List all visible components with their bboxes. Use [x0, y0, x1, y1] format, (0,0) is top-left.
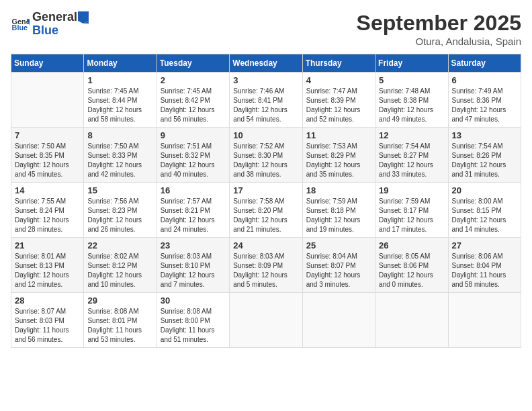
day-number: 23: [161, 240, 226, 250]
day-info: Sunrise: 7:56 AM Sunset: 8:23 PM Dayligh…: [87, 197, 152, 234]
calendar-cell: [375, 293, 448, 348]
calendar-cell: 26Sunrise: 8:05 AM Sunset: 8:06 PM Dayli…: [375, 238, 448, 293]
calendar-cell: 28Sunrise: 8:07 AM Sunset: 8:03 PM Dayli…: [11, 293, 84, 348]
calendar-cell: 15Sunrise: 7:56 AM Sunset: 8:23 PM Dayli…: [84, 183, 157, 238]
calendar-cell: 20Sunrise: 8:00 AM Sunset: 8:15 PM Dayli…: [448, 183, 521, 238]
day-info: Sunrise: 8:08 AM Sunset: 8:01 PM Dayligh…: [87, 307, 152, 345]
day-info: Sunrise: 8:02 AM Sunset: 8:12 PM Dayligh…: [87, 252, 152, 289]
calendar-cell: 6Sunrise: 7:49 AM Sunset: 8:36 PM Daylig…: [448, 73, 521, 128]
location: Otura, Andalusia, Spain: [357, 36, 521, 47]
calendar-cell: 12Sunrise: 7:54 AM Sunset: 8:27 PM Dayli…: [375, 128, 448, 183]
day-number: 15: [87, 185, 152, 195]
day-number: 2: [161, 75, 226, 85]
day-info: Sunrise: 8:05 AM Sunset: 8:06 PM Dayligh…: [379, 252, 444, 289]
calendar-cell: 18Sunrise: 7:59 AM Sunset: 8:18 PM Dayli…: [302, 183, 375, 238]
calendar-cell: 30Sunrise: 8:08 AM Sunset: 8:00 PM Dayli…: [157, 293, 229, 348]
calendar-cell: 4Sunrise: 7:47 AM Sunset: 8:39 PM Daylig…: [302, 73, 375, 128]
calendar-cell: 7Sunrise: 7:50 AM Sunset: 8:35 PM Daylig…: [11, 128, 84, 183]
calendar-cell: 22Sunrise: 8:02 AM Sunset: 8:12 PM Dayli…: [84, 238, 157, 293]
day-number: 28: [15, 295, 80, 306]
calendar-cell: [11, 73, 84, 128]
day-info: Sunrise: 7:52 AM Sunset: 8:30 PM Dayligh…: [233, 142, 298, 179]
calendar-cell: 29Sunrise: 8:08 AM Sunset: 8:01 PM Dayli…: [84, 293, 157, 348]
day-info: Sunrise: 7:51 AM Sunset: 8:32 PM Dayligh…: [161, 142, 226, 179]
day-number: 5: [379, 75, 444, 85]
day-info: Sunrise: 7:59 AM Sunset: 8:17 PM Dayligh…: [379, 197, 444, 234]
day-info: Sunrise: 7:57 AM Sunset: 8:21 PM Dayligh…: [161, 197, 226, 234]
day-number: 29: [87, 295, 152, 306]
calendar-cell: 10Sunrise: 7:52 AM Sunset: 8:30 PM Dayli…: [230, 128, 302, 183]
day-number: 11: [306, 130, 371, 140]
day-info: Sunrise: 7:53 AM Sunset: 8:29 PM Dayligh…: [306, 142, 371, 179]
day-number: 26: [379, 240, 444, 250]
day-number: 7: [15, 130, 80, 140]
logo-blue-text: Blue: [32, 24, 89, 38]
weekday-header-wednesday: Wednesday: [230, 54, 302, 73]
day-number: 22: [87, 240, 152, 250]
week-row-3: 14Sunrise: 7:55 AM Sunset: 8:24 PM Dayli…: [11, 183, 521, 238]
calendar-cell: 23Sunrise: 8:03 AM Sunset: 8:10 PM Dayli…: [157, 238, 229, 293]
calendar-cell: 8Sunrise: 7:50 AM Sunset: 8:33 PM Daylig…: [84, 128, 157, 183]
day-info: Sunrise: 8:03 AM Sunset: 8:10 PM Dayligh…: [161, 252, 226, 289]
day-info: Sunrise: 8:00 AM Sunset: 8:15 PM Dayligh…: [452, 197, 517, 234]
day-info: Sunrise: 7:45 AM Sunset: 8:44 PM Dayligh…: [87, 87, 152, 124]
weekday-header-row: SundayMondayTuesdayWednesdayThursdayFrid…: [11, 54, 521, 73]
weekday-header-saturday: Saturday: [448, 54, 521, 73]
day-number: 17: [233, 185, 298, 195]
logo-icon: General Blue: [11, 15, 30, 34]
day-info: Sunrise: 7:49 AM Sunset: 8:36 PM Dayligh…: [452, 87, 517, 124]
calendar-cell: 11Sunrise: 7:53 AM Sunset: 8:29 PM Dayli…: [302, 128, 375, 183]
day-number: 20: [452, 185, 517, 195]
day-info: Sunrise: 8:07 AM Sunset: 8:03 PM Dayligh…: [15, 307, 80, 345]
logo-text: General: [32, 11, 89, 24]
logo: General Blue General Blue: [11, 11, 89, 38]
day-info: Sunrise: 7:47 AM Sunset: 8:39 PM Dayligh…: [306, 87, 371, 124]
day-info: Sunrise: 8:06 AM Sunset: 8:04 PM Dayligh…: [452, 252, 517, 289]
calendar-cell: 25Sunrise: 8:04 AM Sunset: 8:07 PM Dayli…: [302, 238, 375, 293]
day-number: 6: [452, 75, 517, 85]
day-number: 18: [306, 185, 371, 195]
calendar-cell: 5Sunrise: 7:48 AM Sunset: 8:38 PM Daylig…: [375, 73, 448, 128]
day-number: 8: [87, 130, 152, 140]
day-info: Sunrise: 7:55 AM Sunset: 8:24 PM Dayligh…: [15, 197, 80, 234]
day-info: Sunrise: 7:45 AM Sunset: 8:42 PM Dayligh…: [161, 87, 226, 124]
day-number: 4: [306, 75, 371, 85]
calendar-cell: 19Sunrise: 7:59 AM Sunset: 8:17 PM Dayli…: [375, 183, 448, 238]
title-block: September 2025 Otura, Andalusia, Spain: [357, 11, 521, 47]
calendar-cell: [230, 293, 302, 348]
day-info: Sunrise: 7:50 AM Sunset: 8:35 PM Dayligh…: [15, 142, 80, 179]
day-info: Sunrise: 8:01 AM Sunset: 8:13 PM Dayligh…: [15, 252, 80, 289]
day-info: Sunrise: 7:50 AM Sunset: 8:33 PM Dayligh…: [87, 142, 152, 179]
weekday-header-sunday: Sunday: [11, 54, 84, 73]
day-info: Sunrise: 7:48 AM Sunset: 8:38 PM Dayligh…: [379, 87, 444, 124]
day-info: Sunrise: 7:54 AM Sunset: 8:26 PM Dayligh…: [452, 142, 517, 179]
day-number: 19: [379, 185, 444, 195]
day-info: Sunrise: 7:54 AM Sunset: 8:27 PM Dayligh…: [379, 142, 444, 179]
day-number: 10: [233, 130, 298, 140]
page-header: General Blue General Blue September 2025…: [11, 11, 521, 47]
day-number: 9: [161, 130, 226, 140]
day-number: 30: [161, 295, 226, 306]
weekday-header-friday: Friday: [375, 54, 448, 73]
day-number: 21: [15, 240, 80, 250]
day-info: Sunrise: 7:58 AM Sunset: 8:20 PM Dayligh…: [233, 197, 298, 234]
calendar-cell: 16Sunrise: 7:57 AM Sunset: 8:21 PM Dayli…: [157, 183, 229, 238]
week-row-4: 21Sunrise: 8:01 AM Sunset: 8:13 PM Dayli…: [11, 238, 521, 293]
calendar-cell: [448, 293, 521, 348]
day-number: 1: [87, 75, 152, 85]
calendar-cell: 24Sunrise: 8:03 AM Sunset: 8:09 PM Dayli…: [230, 238, 302, 293]
week-row-1: 1Sunrise: 7:45 AM Sunset: 8:44 PM Daylig…: [11, 73, 521, 128]
day-info: Sunrise: 8:03 AM Sunset: 8:09 PM Dayligh…: [233, 252, 298, 289]
calendar-cell: 13Sunrise: 7:54 AM Sunset: 8:26 PM Dayli…: [448, 128, 521, 183]
day-number: 14: [15, 185, 80, 195]
calendar-table: SundayMondayTuesdayWednesdayThursdayFrid…: [11, 54, 521, 348]
calendar-cell: 9Sunrise: 7:51 AM Sunset: 8:32 PM Daylig…: [157, 128, 229, 183]
day-number: 25: [306, 240, 371, 250]
day-number: 13: [452, 130, 517, 140]
day-number: 24: [233, 240, 298, 250]
week-row-5: 28Sunrise: 8:07 AM Sunset: 8:03 PM Dayli…: [11, 293, 521, 348]
calendar-cell: 2Sunrise: 7:45 AM Sunset: 8:42 PM Daylig…: [157, 73, 229, 128]
calendar-cell: 3Sunrise: 7:46 AM Sunset: 8:41 PM Daylig…: [230, 73, 302, 128]
weekday-header-monday: Monday: [84, 54, 157, 73]
day-number: 16: [161, 185, 226, 195]
